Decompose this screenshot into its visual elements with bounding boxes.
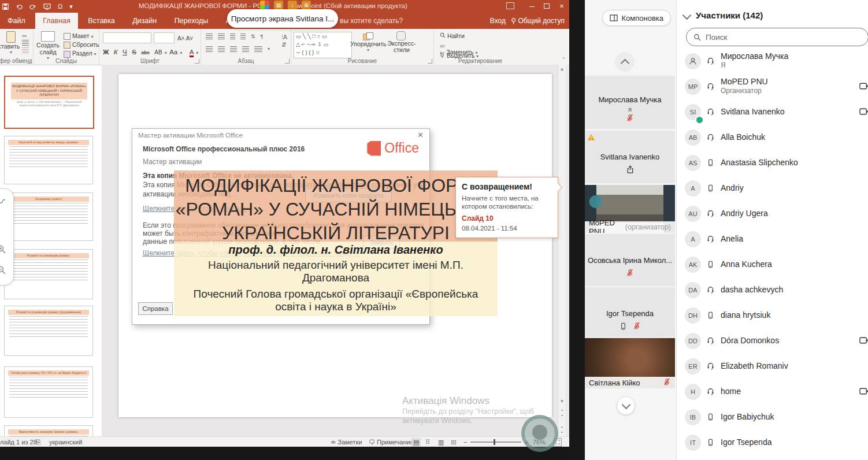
editor-scrollbar[interactable]: ▲ ▼ ⌃⌃ ⌃⌃ — [558, 65, 566, 436]
participant-row[interactable]: DDDóra Domonkos — [677, 328, 868, 354]
paragraph-row2[interactable]: ▾ — [206, 46, 270, 52]
language-indicator[interactable]: украинский — [49, 439, 82, 446]
participant-row[interactable]: ERElizabeth Romaniv — [677, 354, 868, 379]
share-button[interactable]: ⚲ Общий доступ — [511, 17, 565, 25]
section-button[interactable]: Раздел ▾ — [64, 50, 99, 57]
floating-app-icon[interactable] — [260, 1, 269, 10]
tab-transitions[interactable]: Переходы — [167, 13, 216, 29]
participant-row[interactable]: MPMoPED PNUОрганизатор — [677, 74, 868, 99]
participant-row[interactable]: AAnelia — [677, 227, 868, 252]
participant-row[interactable]: ASAnastasia Slipchenko — [677, 150, 868, 176]
paragraph-launcher[interactable] — [285, 59, 290, 64]
view-slideshow-icon[interactable]: 𝍖 — [451, 439, 457, 446]
previous-slide-icon[interactable]: ⌃⌃ — [558, 409, 566, 420]
quick-styles-button[interactable]: Экспресс-стили — [385, 31, 417, 53]
participant-row[interactable]: SISvitlana Ivanenko — [677, 99, 868, 125]
next-slide-icon[interactable]: ⌃⌃ — [558, 423, 566, 433]
video-tile[interactable]: Svitlana Ivanenko — [585, 131, 675, 183]
close-button[interactable]: × — [554, 2, 569, 10]
scroll-up-icon[interactable]: ▲ — [558, 66, 566, 72]
slide-thumbnail[interactable]: Розмаїття різновидів роману (продовження… — [4, 306, 93, 356]
clipboard-launcher[interactable] — [27, 59, 32, 64]
slide-thumbnail[interactable]: МОДИФІКАЦІЇ ЖАНРОВОЇ ФОРМИ «РОМАН» У СУЧ… — [4, 76, 94, 129]
video-tile[interactable]: Igor Tsependa — [585, 287, 675, 337]
tab-file[interactable]: Файл — [0, 13, 33, 29]
ribbon-display-options-icon[interactable] — [506, 2, 514, 9]
participant-row[interactable]: DAdasha achkevych — [677, 277, 868, 303]
participant-row[interactable]: AKAnna Kuchera — [677, 252, 868, 277]
view-normal-icon[interactable]: ▤ — [411, 438, 421, 447]
notes-button[interactable]: ≐ Заметки — [331, 439, 362, 446]
participants-search[interactable]: Поиск — [686, 28, 868, 46]
comments-button[interactable]: 🗨 Примечания — [369, 439, 414, 446]
arrange-button[interactable]: Упорядочить ▾ — [350, 31, 386, 53]
new-slide-button[interactable]: Создать слайд ▾ — [35, 31, 61, 61]
font-name-size[interactable]: A˄ A˅ — [103, 32, 193, 43]
font-size-box[interactable] — [154, 32, 175, 43]
floating-download-icon[interactable]: ↓ — [288, 1, 297, 10]
tab-home[interactable]: Главная — [35, 13, 78, 29]
drawing-launcher[interactable] — [428, 59, 432, 64]
participant-row[interactable]: Мирослава МучкаЯ — [677, 49, 868, 74]
start-slideshow-icon[interactable] — [43, 3, 51, 10]
video-tile[interactable]: Осовська Ірина Микол... — [585, 234, 675, 286]
restore-button[interactable] — [539, 2, 554, 10]
minimize-button[interactable] — [524, 2, 539, 10]
participant-row[interactable]: AAndriy — [677, 176, 868, 201]
scroll-down-icon[interactable]: ▼ — [558, 399, 566, 404]
view-reading-icon[interactable]: ▥ — [438, 439, 444, 446]
participants-header[interactable]: Участники (142) — [684, 10, 763, 20]
symbol-icon[interactable]: Ω — [58, 3, 62, 10]
participant-row[interactable]: IBIgor Babiychuk — [677, 405, 868, 430]
participant-row[interactable]: ABAlla Boichuk — [677, 125, 868, 150]
participant-row[interactable]: ITIgor Tsependa — [677, 430, 868, 455]
floating-share-icon[interactable]: ▤ — [274, 1, 283, 10]
annotation-toolbar[interactable] — [0, 188, 14, 285]
find-button[interactable]: Найти — [440, 32, 465, 39]
view-sorter-icon[interactable]: ⠿ — [425, 439, 430, 446]
slide-thumbnail[interactable]: Короткий огляд розвитку жанру «роман» — [4, 136, 93, 184]
pen-icon[interactable] — [0, 197, 6, 207]
paragraph-row1[interactable]: ⇅¶ — [206, 34, 263, 39]
video-tile[interactable]: Мирослава Мучкая — [585, 76, 675, 129]
zoom-out-icon[interactable]: − — [463, 439, 467, 446]
floating-tool-icon[interactable]: ⊞ — [302, 1, 311, 10]
video-tile[interactable]: Світлана Кійко — [585, 338, 675, 388]
reset-button[interactable]: Сбросить — [64, 41, 99, 49]
participant-row[interactable]: DHdiana hrytsiuk — [677, 303, 868, 328]
collapse-ribbon-icon[interactable]: ⌃ — [561, 57, 566, 62]
participant-row[interactable]: AUAndriy Ugera — [677, 201, 868, 227]
qat-customize-icon[interactable]: ▾ — [69, 3, 73, 10]
zoom-out-icon[interactable] — [0, 265, 6, 274]
scroll-tiles-up-button[interactable] — [615, 52, 635, 72]
paste-button[interactable]: Вставить ▾ — [0, 31, 24, 55]
shapes-gallery[interactable]: ▭ ╲ ╲ □ ○ ▭△ ⌐ ¬ ⇨ ⇩ ▭∼ ( ) { } ☆ — [294, 32, 352, 58]
zoom-in-icon[interactable] — [0, 244, 6, 254]
spellcheck-icon[interactable]: ⎘ — [36, 439, 41, 446]
zoom-slider[interactable] — [470, 442, 521, 443]
font-name-box[interactable] — [103, 32, 151, 43]
scroll-tiles-down-button[interactable] — [617, 396, 635, 415]
tell-me-hint[interactable]: вы хотите сделать? — [340, 17, 403, 25]
tab-insert[interactable]: Вставка — [80, 13, 122, 29]
save-icon[interactable] — [2, 3, 9, 10]
undo-icon[interactable] — [16, 3, 23, 10]
slide-thumbnail[interactable]: Розмаїття різновидів роману: — [4, 249, 93, 299]
layout-button[interactable]: Компоновка — [602, 10, 671, 26]
video-tile[interactable]: MoPED PNU(организатор) — [585, 185, 675, 233]
sign-in-button[interactable]: Вход — [490, 17, 506, 25]
font-launcher[interactable] — [195, 59, 199, 64]
tab-design[interactable]: Дизайн — [125, 13, 164, 29]
dialog-close-icon[interactable]: ✕ — [417, 131, 424, 139]
slide-thumbnail[interactable]: Складники сюжету — [4, 192, 93, 241]
participant-row[interactable]: Hhome — [677, 379, 868, 405]
popup-slide-link[interactable]: Слайд 10 — [462, 214, 494, 222]
redo-icon[interactable] — [29, 3, 36, 10]
slide-thumbnail[interactable]: Типові риси роману XX і XXI ст. за Маріо… — [4, 366, 93, 418]
slide-thumbnail[interactable]: Варіативність жанрової форми «роман» — [4, 425, 93, 436]
font-format-buttons[interactable]: Ж К Ч S abc АВ▾ Aa▾ А▾ — [103, 46, 198, 57]
help-button[interactable]: Справка — [138, 302, 173, 315]
layout-button[interactable]: Макет ▾ — [64, 32, 99, 40]
text-direction-buttons[interactable]: ⫶A⇵ — [281, 34, 287, 48]
webex-ball-overlay[interactable] — [521, 415, 558, 452]
